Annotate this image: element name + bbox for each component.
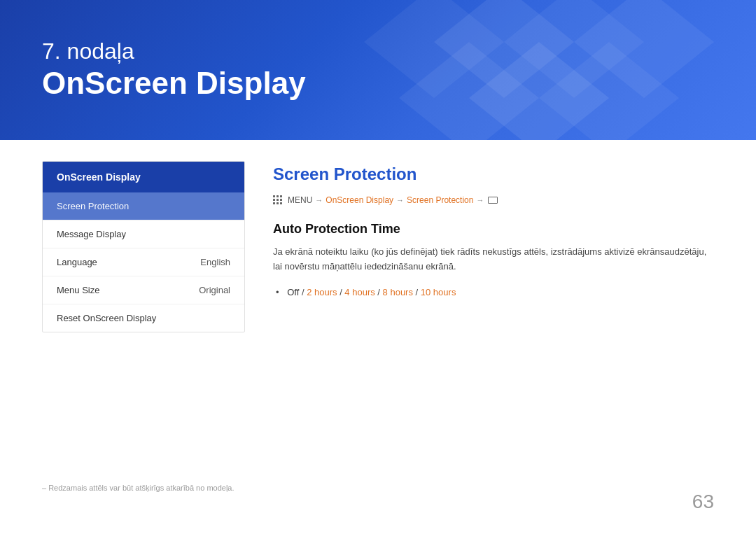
breadcrumb-arrow-3: → — [476, 196, 484, 204]
content-title: Screen Protection — [273, 164, 714, 184]
sidebar-label-reset: Reset OnScreen Display — [57, 313, 156, 323]
option-2hours: 2 hours — [307, 287, 337, 297]
breadcrumb-link-1: OnScreen Display — [326, 195, 393, 205]
sidebar-label-message-display: Message Display — [57, 229, 126, 239]
sidebar-item-message-display[interactable]: Message Display — [43, 220, 244, 248]
sidebar-value-menu-size: Original — [199, 285, 230, 295]
title-label: OnScreen Display — [42, 65, 306, 102]
option-8hours: 8 hours — [383, 287, 413, 297]
option-sep-3: / — [375, 287, 383, 297]
option-off: Off — [287, 287, 299, 297]
page-number: 63 — [692, 491, 714, 513]
sidebar-value-language: English — [200, 257, 230, 267]
content-area: Screen Protection MENU → OnScreen Displa… — [273, 161, 714, 332]
breadcrumb-arrow-2: → — [396, 196, 404, 204]
header-banner: 7. nodaļa OnScreen Display — [0, 0, 756, 140]
option-sep-2: / — [337, 287, 345, 297]
sidebar-item-language[interactable]: Language English — [43, 248, 244, 276]
main-content: OnScreen Display Screen Protection Messa… — [0, 140, 756, 353]
sidebar-item-reset[interactable]: Reset OnScreen Display — [43, 304, 244, 332]
sidebar-header: OnScreen Display — [43, 162, 244, 192]
option-10hours: 10 hours — [421, 287, 456, 297]
options-item: Off / 2 hours / 4 hours / 8 hours / 10 h… — [273, 286, 714, 299]
footer-note: – Redzamais attēls var būt atšķirīgs atk… — [42, 484, 234, 492]
section-description: Ja ekrānā noteiktu laiku (ko jūs definēj… — [273, 245, 714, 274]
sidebar-label-menu-size: Menu Size — [57, 285, 99, 295]
section-title: Auto Protection Time — [273, 222, 714, 237]
menu-grid-icon — [273, 195, 283, 205]
sidebar-label-screen-protection: Screen Protection — [57, 201, 129, 211]
breadcrumb-link-2: Screen Protection — [407, 195, 473, 205]
chapter-label: 7. nodaļa — [42, 38, 306, 64]
sidebar-item-menu-size[interactable]: Menu Size Original — [43, 276, 244, 304]
option-sep-1: / — [299, 287, 307, 297]
breadcrumb-arrow-1: → — [315, 196, 323, 204]
enter-icon — [488, 197, 498, 204]
sidebar-label-language: Language — [57, 257, 97, 267]
breadcrumb: MENU → OnScreen Display → Screen Protect… — [273, 195, 714, 205]
sidebar: OnScreen Display Screen Protection Messa… — [42, 161, 245, 332]
sidebar-item-screen-protection[interactable]: Screen Protection — [43, 192, 244, 220]
breadcrumb-menu: MENU — [288, 195, 312, 205]
option-sep-4: / — [413, 287, 421, 297]
header-title: 7. nodaļa OnScreen Display — [42, 38, 306, 101]
options-list: Off / 2 hours / 4 hours / 8 hours / 10 h… — [273, 286, 714, 299]
option-4hours: 4 hours — [344, 287, 374, 297]
